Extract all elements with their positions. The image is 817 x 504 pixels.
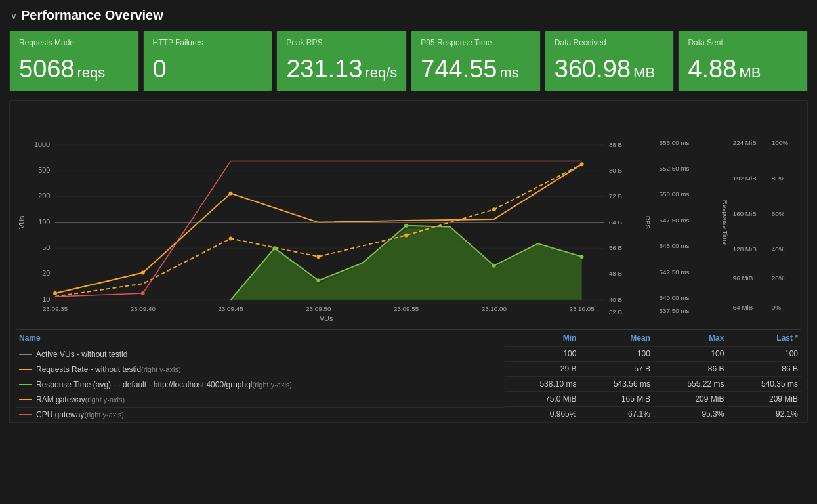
stat-label-1: HTTP Failures — [153, 38, 263, 47]
chevron-icon: ∨ — [10, 10, 17, 21]
svg-text:128 MiB: 128 MiB — [733, 245, 757, 253]
svg-text:10: 10 — [42, 295, 50, 303]
stat-label-5: Data Sent — [688, 38, 798, 47]
legend-color-0 — [19, 354, 32, 355]
svg-point-60 — [492, 207, 496, 211]
stat-value-5: 4.88MB — [688, 56, 798, 81]
legend-min-1: 29 B — [505, 362, 579, 377]
svg-text:200: 200 — [38, 192, 50, 200]
svg-point-68 — [404, 224, 408, 228]
svg-text:80 B: 80 B — [609, 167, 623, 174]
svg-text:547.50 ms: 547.50 ms — [660, 217, 690, 224]
svg-text:48 B: 48 B — [609, 270, 623, 277]
chart-svg: 1000 500 200 100 50 20 10 VUs 88 B 80 B … — [16, 108, 801, 324]
legend-min-2: 538.10 ms — [505, 377, 579, 392]
col-mean: Mean — [579, 330, 653, 346]
stat-card-4: Data Received 360.98MB — [545, 31, 675, 91]
svg-point-66 — [272, 246, 276, 250]
legend-max-0: 100 — [653, 346, 727, 362]
svg-point-62 — [141, 291, 145, 295]
stat-value-3: 744.55ms — [421, 56, 531, 81]
legend-last-2: 540.35 ms — [726, 377, 801, 392]
svg-point-64 — [141, 271, 145, 275]
svg-text:23:10:00: 23:10:00 — [482, 305, 507, 312]
svg-point-67 — [316, 278, 320, 282]
stat-value-0: 5068reqs — [19, 56, 129, 81]
col-min: Min — [505, 330, 579, 346]
svg-point-59 — [404, 234, 408, 238]
legend-mean-4: 67.1% — [579, 407, 653, 422]
svg-text:88 B: 88 B — [609, 141, 623, 148]
svg-text:Response Time: Response Time — [722, 200, 729, 245]
legend-max-4: 95.3% — [653, 407, 727, 422]
legend-min-4: 0.965% — [505, 407, 579, 422]
svg-text:550.00 ms: 550.00 ms — [660, 190, 690, 198]
svg-text:50: 50 — [42, 243, 50, 251]
svg-text:RPS: RPS — [644, 216, 652, 230]
legend-mean-3: 165 MiB — [579, 392, 653, 407]
legend-row: RAM gateway (right y-axis) 75.0 MiB 165 … — [16, 392, 801, 407]
svg-text:540.00 ms: 540.00 ms — [660, 294, 690, 301]
legend-name-2: Response Time (avg) - - default - http:/… — [16, 377, 505, 392]
svg-text:0%: 0% — [772, 304, 781, 311]
svg-text:23:09:45: 23:09:45 — [218, 305, 243, 312]
svg-text:23:09:35: 23:09:35 — [43, 305, 68, 312]
legend-name-1: Requests Rate - without testid (right y-… — [16, 362, 505, 377]
stat-value-1: 0 — [153, 56, 263, 81]
stat-label-3: P95 Response Time — [421, 38, 531, 47]
stat-cards-container: Requests Made 5068reqs HTTP Failures 0 P… — [9, 31, 808, 91]
svg-text:20: 20 — [42, 269, 50, 277]
legend-last-3: 209 MiB — [726, 392, 801, 407]
legend-name-4: CPU gateway (right y-axis) — [16, 407, 505, 422]
stat-unit-5: MB — [739, 64, 761, 81]
svg-text:23:09:50: 23:09:50 — [306, 305, 331, 312]
stat-card-3: P95 Response Time 744.55ms — [411, 31, 541, 91]
col-name: Name — [16, 330, 505, 346]
stat-card-1: HTTP Failures 0 — [143, 31, 273, 91]
legend-color-4 — [19, 414, 32, 415]
legend-last-4: 92.1% — [726, 407, 801, 422]
stat-card-2: Peak RPS 231.13req/s — [276, 31, 407, 91]
svg-text:552.50 ms: 552.50 ms — [660, 165, 690, 172]
col-last: Last * — [726, 330, 801, 346]
legend-min-0: 100 — [505, 346, 579, 362]
stat-card-0: Requests Made 5068reqs — [9, 31, 139, 91]
legend-mean-2: 543.56 ms — [579, 377, 653, 392]
stat-label-0: Requests Made — [19, 38, 129, 47]
svg-text:20%: 20% — [772, 274, 785, 282]
svg-text:40%: 40% — [772, 245, 785, 253]
svg-text:56 B: 56 B — [609, 244, 623, 251]
page-title: Performance Overview — [21, 8, 163, 23]
stat-unit-0: reqs — [77, 64, 106, 81]
svg-text:40 B: 40 B — [609, 296, 623, 303]
legend-last-1: 86 B — [726, 362, 801, 377]
svg-text:100: 100 — [38, 218, 50, 226]
legend-mean-1: 57 B — [579, 362, 653, 377]
legend-color-3 — [19, 399, 32, 400]
svg-text:96 MiB: 96 MiB — [733, 274, 753, 282]
svg-text:32 B: 32 B — [609, 308, 623, 316]
stat-card-5: Data Sent 4.88MB — [678, 31, 808, 91]
legend-max-2: 555.22 ms — [653, 377, 727, 392]
legend-last-0: 100 — [726, 346, 801, 362]
legend-max-1: 86 B — [653, 362, 727, 377]
svg-text:VUs: VUs — [320, 314, 333, 322]
svg-text:64 MiB: 64 MiB — [733, 304, 753, 311]
svg-text:60%: 60% — [772, 210, 785, 217]
svg-text:72 B: 72 B — [609, 192, 623, 200]
svg-text:555.00 ms: 555.00 ms — [660, 139, 690, 146]
legend-color-1 — [19, 369, 32, 370]
legend-row: Response Time (avg) - - default - http:/… — [16, 377, 801, 392]
stat-value-2: 231.13req/s — [286, 56, 397, 81]
svg-text:224 MiB: 224 MiB — [733, 139, 757, 146]
stat-unit-3: ms — [500, 64, 519, 81]
svg-text:23:09:55: 23:09:55 — [394, 305, 419, 312]
svg-text:100%: 100% — [772, 139, 788, 146]
stat-unit-2: req/s — [365, 64, 397, 81]
stat-unit-4: MB — [633, 64, 655, 81]
legend-name-0: Active VUs - without testid — [16, 346, 505, 362]
svg-point-57 — [229, 236, 233, 240]
stat-label-4: Data Received — [555, 38, 665, 47]
svg-text:545.00 ms: 545.00 ms — [660, 242, 690, 249]
legend-row: Active VUs - without testid 100 100 100 … — [16, 346, 801, 362]
